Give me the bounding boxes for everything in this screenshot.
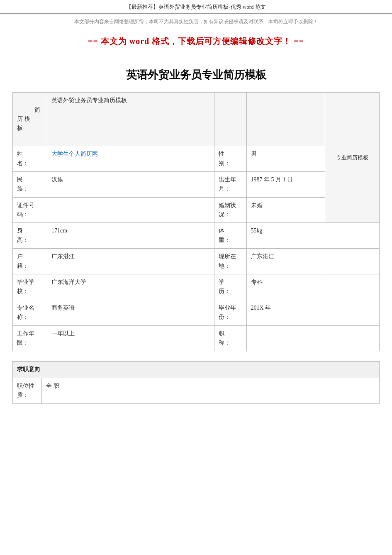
photo-placeholder-cell4 [325,300,380,325]
field-label-3: 身 高： [13,223,47,249]
field-right-label-2: 婚姻状 况： [214,197,246,223]
job-nature-label: 职位性 质： [13,378,42,403]
field-label-4: 户 籍： [13,249,47,274]
field-right-label-1: 出生年 月： [214,171,246,197]
resume-header-right-label [214,93,246,146]
table-row: 专业名 称： 商务英语 毕业年 份： 201X 年 [13,300,380,325]
header-title: 【最新推荐】英语外贸业务员专业简历模板-优秀 word 范文 [126,4,266,10]
table-row: 身 高： 171cm 体 重： 55kg [13,223,380,249]
resume-link[interactable]: 大学生个人简历网 [51,151,98,157]
field-right-value-7 [246,325,325,351]
photo-placeholder-cell [325,223,380,249]
field-value-0: 大学生个人简历网 [47,146,214,172]
field-label-5: 毕业学 校： [13,274,47,300]
table-row: 户 籍： 广东湛江 现所在 地： 广东湛江 [13,249,380,274]
job-intention-table: 求职意向 职位性 质： 全 职 [12,361,380,403]
disclaimer-text: 本文部分内容来自网络整理所得，本司不为其真实性负责，如有异议或侵权请及时联系，本… [0,14,392,30]
resume-header-value: 英语外贸业务员专业简历模板 [47,93,214,146]
field-value-2 [47,197,214,223]
field-value-4: 广东湛江 [47,249,214,274]
table-row: 证件号 码： 婚姻状 况： 未婚 [13,197,380,223]
field-right-label-6: 毕业年 份： [214,300,246,325]
header-bar: 【最新推荐】英语外贸业务员专业简历模板-优秀 word 范文 [0,0,392,14]
photo-placeholder-cell2 [325,249,380,274]
photo-placeholder-cell5 [325,325,380,351]
field-right-label-4: 现所在 地： [214,249,246,274]
field-value-1: 汉族 [47,171,214,197]
field-label-6: 专业名 称： [13,300,47,325]
word-notice: == 本文为 word 格式，下载后可方便编辑修改文字！ == [0,30,392,55]
field-label-7: 工作年 限： [13,325,47,351]
table-row: 毕业学 校： 广东海洋大学 学 历： 专科 [13,274,380,300]
table-row: 工作年 限： 一年以上 职 称： [13,325,380,351]
resume-header-photo: 专业简历模板 [325,93,380,223]
main-title: 英语外贸业务员专业简历模板 [0,55,392,92]
field-right-value-1: 1987 年 5 月 1 日 [246,171,325,197]
job-intention-row: 职位性 质： 全 职 [13,378,380,403]
field-right-value-5: 专科 [246,274,325,300]
field-value-7: 一年以上 [47,325,214,351]
resume-header-label: 简历 模 板 [13,93,47,146]
field-value-6: 商务英语 [47,300,214,325]
right-col-header-label: 专业简历模板 [336,154,368,161]
table-row: 民 族： 汉族 出生年 月： 1987 年 5 月 1 日 [13,171,380,197]
field-right-label-7: 职 称： [214,325,246,351]
section-header-row: 求职意向 [13,362,380,378]
field-right-value-3: 55kg [246,223,325,249]
page-container: 【最新推荐】英语外贸业务员专业简历模板-优秀 word 范文 本文部分内容来自网… [0,0,392,404]
job-intention-header: 求职意向 [13,362,380,378]
field-label-1: 民 族： [13,171,47,197]
field-value-5: 广东海洋大学 [47,274,214,300]
table-header-row: 简历 模 板 英语外贸业务员专业简历模板 专业简历模板 [13,93,380,146]
field-right-label-0: 性 别： [214,146,246,172]
resume-table: 简历 模 板 英语外贸业务员专业简历模板 专业简历模板 姓 名： 大学生个人 [12,92,380,351]
photo-placeholder-cell3 [325,274,380,300]
field-right-label-5: 学 历： [214,274,246,300]
job-nature-value: 全 职 [42,378,380,403]
field-right-value-0: 男 [246,146,325,172]
field-right-label-3: 体 重： [214,223,246,249]
field-label-0: 姓 名： [13,146,47,172]
field-right-value-2: 未婚 [246,197,325,223]
field-right-value-6: 201X 年 [246,300,325,325]
field-right-value-4: 广东湛江 [246,249,325,274]
resume-header-right-value [246,93,325,146]
field-value-3: 171cm [47,223,214,249]
content-area: 简历 模 板 英语外贸业务员专业简历模板 专业简历模板 姓 名： 大学生个人 [0,92,392,403]
table-row: 姓 名： 大学生个人简历网 性 别： 男 [13,146,380,172]
field-label-2: 证件号 码： [13,197,47,223]
